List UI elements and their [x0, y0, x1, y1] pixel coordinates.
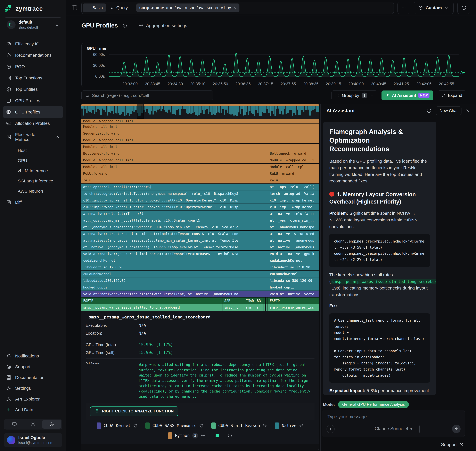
- sidebar-item-top-functions[interactable]: Top Functions: [3, 72, 63, 84]
- flame-frame[interactable]: at::native::structured_clamp_min_out::im…: [81, 231, 268, 237]
- sidebar-item-add-data[interactable]: Add Data: [3, 404, 63, 415]
- flame-frame[interactable]: FSETP: [268, 298, 319, 304]
- sidebar-item-gpu-profiles[interactable]: GPU Profiles: [3, 106, 63, 118]
- support-link[interactable]: Support: [441, 442, 464, 447]
- flame-frame[interactable]: c10::impl::wrap_kernel: [268, 197, 319, 204]
- model-selector[interactable]: Claude Sonnet 4.5: [322, 426, 465, 431]
- tab-query[interactable]: Query: [107, 4, 131, 12]
- flame-frame[interactable]: c10::impl::wrap_kernel: [268, 204, 319, 210]
- gear-icon[interactable]: [201, 433, 205, 438]
- flame-frame[interactable]: at::native::(anonymous namespace)::clamp…: [81, 237, 268, 244]
- expand-button[interactable]: Expand: [438, 90, 466, 100]
- flame-frame[interactable]: IMAD: [244, 298, 254, 304]
- flame-frame[interactable]: [263, 304, 265, 311]
- flame-frame[interactable]: libcuda.so.580.126.09: [268, 277, 319, 284]
- gear-icon[interactable]: [199, 424, 204, 428]
- flame-frame[interactable]: libcuda.so.580.126.09: [81, 277, 268, 284]
- flame-frame[interactable]: at::(anonymous namespa: [268, 224, 319, 230]
- sidebar-item-gpu[interactable]: GPU: [11, 156, 63, 166]
- flame-frame[interactable]: Module._call_impl: [81, 164, 268, 170]
- flame-frame[interactable]: Module._call_impl: [81, 144, 319, 150]
- flame-frame[interactable]: void at::native::gpu_kernel_impl_nocast(…: [81, 251, 268, 257]
- aggregation-settings-button[interactable]: Aggregation settings: [139, 23, 187, 28]
- sidebar-item-top-entities[interactable]: Top Entities: [3, 84, 63, 95]
- flame-frame[interactable]: void at::native::vectorized_elementwise_…: [81, 291, 268, 297]
- time-range-button[interactable]: Custom: [414, 2, 454, 14]
- gear-icon[interactable]: [133, 424, 137, 428]
- gear-icon[interactable]: [263, 424, 267, 428]
- flame-frame[interactable]: torch::autograd::VariableType::(anonymou…: [81, 190, 268, 197]
- flame-frame[interactable]: libcudart.so.12.8.90: [268, 264, 319, 270]
- flame-frame[interactable]: Bottleneck.forward: [81, 150, 268, 157]
- send-button[interactable]: [452, 425, 461, 433]
- sidebar-item-settings[interactable]: Settings: [3, 383, 63, 394]
- flame-frame[interactable]: [263, 298, 265, 304]
- search-input[interactable]: Search (regex) - e.g., con.*call: [81, 90, 213, 100]
- flame-frame[interactable]: cudaLaunchKernel: [81, 257, 268, 264]
- sidebar-item-diff[interactable]: Diff: [3, 197, 63, 208]
- theme-dark-button[interactable]: [42, 420, 61, 429]
- flame-frame[interactable]: at::native::structured: [268, 231, 319, 237]
- workspace-selector[interactable]: default slug: default: [4, 18, 62, 32]
- flame-frame[interactable]: ReLU.forward: [268, 170, 319, 177]
- flame-frame[interactable]: ReLU.forward: [81, 170, 268, 177]
- sidebar-item-cpu-profiles[interactable]: CPU Profiles: [3, 95, 63, 106]
- flame-frame[interactable]: torch::autograd::Varia: [268, 190, 319, 197]
- chat-scrollbar[interactable]: [469, 104, 469, 451]
- flame-frame[interactable]: at::native::relu_(at::Tensor&): [81, 211, 268, 217]
- flame-frame[interactable]: Module._wrapped_call_impl: [81, 157, 268, 163]
- flame-frame[interactable]: Module._wrapped_call_impl: [81, 137, 319, 143]
- flame-frame[interactable]: at::native::(anonymous: [268, 237, 319, 244]
- sidebar-item-api-explorer[interactable]: API Explorer: [3, 394, 63, 404]
- reset-icon[interactable]: [228, 433, 232, 438]
- sidebar-item-aws-neuron[interactable]: AWS Neuron: [11, 186, 63, 196]
- flame-frame[interactable]: hooked_cupti: [81, 284, 268, 291]
- close-icon[interactable]: [465, 108, 470, 113]
- tab-basic[interactable]: Basic: [83, 4, 106, 12]
- flame-frame[interactable]: [261, 304, 263, 311]
- more-options-button[interactable]: [397, 2, 410, 14]
- sidebar-item-pgo[interactable]: PGO: [3, 61, 63, 72]
- flame-frame[interactable]: smsp__pcsamp_warps_iss: [268, 304, 319, 311]
- flame-frame[interactable]: at::_ops::relu_::call(: [268, 184, 319, 190]
- sidebar-item-documentation[interactable]: Documentation: [3, 372, 63, 383]
- group-by-button[interactable]: Group by 1: [332, 90, 377, 100]
- sidebar-item-fleet-wide-metrics[interactable]: Fleet-wide Metrics: [3, 129, 63, 145]
- filter-chip[interactable]: script.name: /root/ava_resnet/ava_scorer…: [136, 4, 240, 12]
- sidebar-toggle-icon[interactable]: [71, 5, 78, 11]
- ai-assistant-button[interactable]: AI Assistant NEW: [382, 90, 433, 100]
- mode-chip[interactable]: General GPU Performance Analysis: [338, 401, 409, 408]
- kebab-menu-icon[interactable]: [55, 438, 59, 442]
- flame-frame[interactable]: Module._wrapped_call_i: [268, 157, 319, 163]
- flame-frame[interactable]: Bottleneck.forward: [268, 150, 319, 157]
- flamegraph-minimap[interactable]: [81, 104, 319, 119]
- flame-frame[interactable]: S2R: [223, 298, 244, 304]
- flame-frame[interactable]: cuLaunchKernel: [268, 271, 319, 277]
- sidebar-item-vllm-inference[interactable]: vLLM Inference: [11, 166, 63, 176]
- history-icon[interactable]: [427, 108, 432, 113]
- flame-frame[interactable]: at::native::(anonymous namespace)::launc…: [81, 244, 268, 250]
- flame-frame[interactable]: libcudart.so.12.8.90: [81, 264, 268, 270]
- flame-frame[interactable]: Module._wrapped_call_impl: [81, 119, 319, 123]
- flame-frame[interactable]: Module._call_impl: [268, 164, 319, 170]
- flame-frame[interactable]: Sequential.forward: [81, 130, 319, 137]
- theme-light-button[interactable]: [24, 420, 42, 429]
- flame-frame[interactable]: smsp__pcsamp_warps_issue_stalled_long_sc…: [81, 304, 222, 311]
- chat-input[interactable]: Type your message... Claude Sonnet 4.5: [322, 410, 465, 437]
- sidebar-item-sglang-inference[interactable]: SGLang Inference: [11, 176, 63, 186]
- close-icon[interactable]: [233, 6, 236, 10]
- flame-frame[interactable]: hooked_cupti: [268, 284, 319, 291]
- sidebar-item-allocation-profiles[interactable]: Allocation Profiles: [3, 118, 63, 129]
- flame-frame[interactable]: at::(anonymous namespace)::wrapper_CUDA_…: [81, 224, 268, 230]
- flame-frame[interactable]: sms: [244, 304, 254, 311]
- refresh-button[interactable]: [457, 2, 470, 14]
- flame-frame[interactable]: at::_ops::clamp_min_::call(at::Tensor&, …: [81, 217, 268, 224]
- minimap-viewport-handle[interactable]: [137, 104, 144, 119]
- new-chat-button[interactable]: New Chat: [436, 106, 461, 115]
- flame-frame[interactable]: Module._call_impl: [81, 124, 319, 130]
- flame-frame[interactable]: relu: [268, 177, 319, 183]
- flame-frame[interactable]: [266, 298, 267, 304]
- user-card[interactable]: Israel Ogbole israel@zymtrace.com: [4, 433, 62, 447]
- flame-frame[interactable]: smsp__p: [223, 304, 244, 311]
- gpu-time-chart[interactable]: Avg60.00s30.00s0.00s20:33:0020:33:4520:3…: [83, 51, 465, 87]
